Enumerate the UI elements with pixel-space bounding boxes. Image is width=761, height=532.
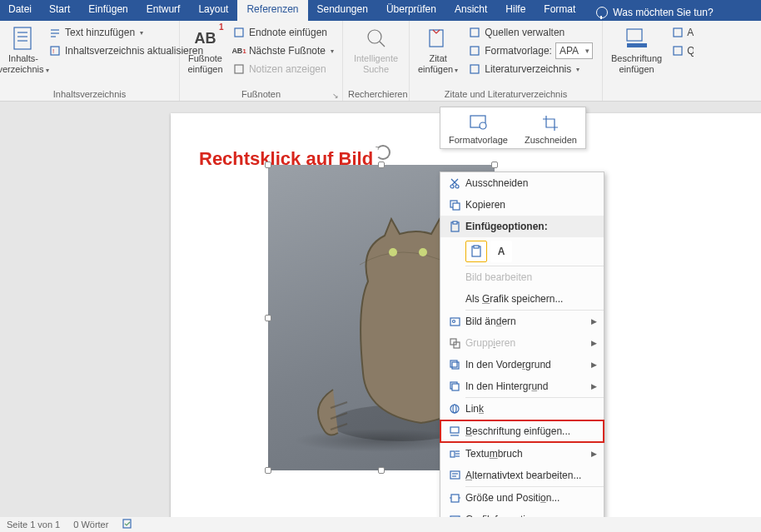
tab-design[interactable]: Entwurf: [137, 0, 190, 21]
paste-option-picture[interactable]: [465, 241, 487, 262]
ctx-insert-caption-label: Beschriftung einfügen...: [465, 425, 570, 437]
tab-mailings[interactable]: Sendungen: [308, 0, 377, 21]
svg-rect-10: [235, 65, 243, 73]
insert-citation-label: Zitat einfügen: [418, 53, 453, 74]
ctx-size-position[interactable]: Größe und Position...: [440, 487, 604, 509]
cross-ref-1[interactable]: Ab: [669, 23, 694, 42]
paste-option-text[interactable]: A: [490, 241, 512, 262]
mini-toolbar: Formatvorlage Zuschneiden: [440, 107, 586, 149]
ctx-copy[interactable]: Kopieren: [440, 194, 604, 216]
mini-crop[interactable]: Zuschneiden: [516, 107, 585, 148]
ctx-send-back-label: In den Hintergrund: [465, 380, 548, 392]
bring-front-icon: [444, 359, 465, 370]
svg-rect-58: [451, 495, 459, 502]
insert-caption-label: Beschriftung einfügen: [611, 53, 662, 75]
ctx-bring-front[interactable]: In den Vordergrund: [440, 354, 604, 375]
ctx-save-as-graphic[interactable]: Als Grafik speichern...: [440, 288, 604, 310]
bibliography[interactable]: Literaturverzeichnis▾: [465, 60, 596, 78]
tab-view[interactable]: Ansicht: [445, 0, 496, 21]
tab-start[interactable]: Start: [40, 0, 79, 21]
svg-rect-46: [452, 384, 459, 390]
footnote-icon: AB1: [191, 25, 218, 52]
tab-format[interactable]: Format: [535, 0, 584, 21]
ctx-text-wrap[interactable]: Textumbruch: [440, 443, 604, 465]
ctx-change-image[interactable]: Bild ändern: [440, 311, 604, 332]
citation-style[interactable]: Formatvorlage: APA: [465, 42, 596, 60]
insert-endnote[interactable]: Endnote einfügen: [229, 23, 337, 42]
toc-button[interactable]: Inhalts- verzeichnis▾: [5, 23, 42, 76]
svg-rect-15: [470, 47, 479, 55]
link-icon: [444, 403, 465, 415]
group-research: Recherchieren: [348, 89, 404, 101]
tab-help[interactable]: Hilfe: [496, 0, 535, 21]
ctx-change-image-label: Bild ändern: [465, 316, 516, 327]
tab-references[interactable]: Referenzen: [237, 0, 307, 21]
tab-layout[interactable]: Layout: [189, 0, 237, 21]
paste-icon: [444, 221, 465, 232]
tab-review[interactable]: Überprüfen: [377, 0, 445, 21]
ctx-cut[interactable]: Ausschneiden: [440, 172, 604, 194]
next-footnote-label: Nächste Fußnote: [249, 45, 326, 57]
svg-rect-38: [474, 246, 479, 248]
svg-point-29: [450, 185, 454, 188]
ctx-insert-caption[interactable]: Beschriftung einfügen...: [440, 420, 604, 442]
tab-file[interactable]: Datei: [0, 0, 40, 21]
insert-footnote[interactable]: AB1 Fußnote einfügen: [185, 23, 226, 75]
bibliography-label: Literaturverzeichnis: [485, 63, 571, 75]
copy-icon: [444, 199, 465, 211]
handle-s[interactable]: [378, 467, 385, 474]
tab-insert[interactable]: Einfügen: [79, 0, 137, 21]
tell-me[interactable]: Was möchten Sie tun?: [584, 0, 722, 21]
show-notes: Notizen anzeigen: [229, 60, 337, 78]
svg-rect-36: [453, 221, 457, 224]
svg-rect-55: [450, 471, 460, 479]
size-pos-icon: [444, 492, 465, 504]
handle-nw[interactable]: [265, 162, 271, 168]
svg-rect-49: [450, 427, 459, 433]
citation-icon: [425, 25, 451, 52]
alt-text-icon: [444, 470, 465, 481]
cut-icon: [444, 177, 465, 189]
ctx-alt-text[interactable]: Alternativtext bearbeiten...: [440, 465, 604, 486]
status-words[interactable]: 0 Wörter: [73, 520, 108, 530]
group-footnotes: Fußnoten: [185, 89, 337, 101]
status-proofing-icon[interactable]: [122, 519, 133, 530]
style-icon: [468, 44, 481, 57]
toc-label: Inhalts- verzeichnis: [0, 53, 44, 74]
change-image-icon: [444, 316, 465, 327]
next-footnote[interactable]: AB1 Nächste Fußnote▾: [229, 42, 337, 60]
show-notes-icon: [232, 62, 246, 76]
tell-me-label: Was möchten Sie tun?: [613, 7, 713, 18]
ctx-send-back[interactable]: In den Hintergrund: [440, 375, 604, 397]
ctx-alt-text-label: Alternativtext bearbeiten...: [465, 470, 581, 481]
svg-point-22: [389, 248, 397, 256]
ctx-save-as-graphic-label: Als Grafik speichern...: [465, 293, 563, 305]
ctx-paste-header-label: Einfügeoptionen:: [465, 221, 548, 232]
handle-sw[interactable]: [265, 467, 271, 474]
send-back-icon: [444, 380, 465, 392]
handle-w[interactable]: [265, 315, 271, 321]
ctx-bring-front-label: In den Vordergrund: [465, 359, 551, 370]
status-page[interactable]: Seite 1 von 1: [7, 520, 60, 530]
handle-n[interactable]: [378, 162, 385, 168]
cross-ref-2[interactable]: Qu: [669, 42, 694, 60]
svg-rect-9: [235, 28, 243, 37]
ctx-group: Gruppieren: [440, 332, 604, 354]
ctx-group-label: Gruppieren: [465, 337, 515, 349]
handle-ne[interactable]: [491, 162, 498, 168]
rotation-handle[interactable]: [376, 145, 390, 160]
svg-point-23: [419, 248, 427, 256]
insert-caption[interactable]: Beschriftung einfügen: [608, 23, 665, 75]
mini-style[interactable]: Formatvorlage: [440, 107, 516, 148]
citation-style-combo[interactable]: APA: [555, 42, 593, 59]
ctx-size-position-label: Größe und Position...: [465, 492, 560, 504]
insert-citation[interactable]: Zitat einfügen▾: [415, 23, 461, 76]
ctx-link[interactable]: Link: [440, 398, 604, 420]
ctx-paste-header: Einfügeoptionen:: [440, 216, 604, 237]
manage-sources-icon: [468, 26, 481, 39]
wrap-icon: [444, 448, 465, 460]
svg-line-31: [452, 179, 458, 185]
insert-endnote-label: Endnote einfügen: [249, 27, 327, 38]
manage-sources[interactable]: Quellen verwalten: [465, 23, 596, 42]
toc-icon: [10, 25, 37, 52]
